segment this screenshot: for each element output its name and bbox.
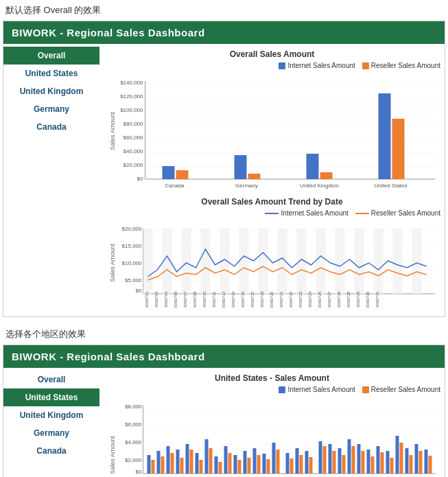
svg-text:20060727: 20060727	[327, 291, 331, 307]
svg-rect-134	[348, 439, 351, 474]
sidebar-2-overall[interactable]: Overall	[3, 371, 99, 388]
svg-rect-139	[371, 456, 375, 474]
sidebar-1-germany[interactable]: Germany	[3, 100, 99, 118]
svg-text:$140,000: $140,000	[120, 80, 143, 86]
svg-text:$40,000: $40,000	[123, 148, 143, 154]
svg-rect-45	[201, 229, 211, 294]
svg-rect-124	[296, 448, 299, 474]
chart3-legend: Internet Sales Amount Reseller Sales Amo…	[104, 386, 440, 393]
svg-rect-98	[167, 446, 170, 474]
svg-rect-109	[219, 462, 222, 474]
legend-reseller-1: Reseller Sales Amount	[371, 62, 440, 69]
svg-rect-142	[386, 451, 390, 474]
svg-text:$6,000: $6,000	[125, 421, 142, 428]
svg-rect-132	[338, 448, 342, 474]
svg-rect-125	[300, 455, 303, 474]
sidebar-1-canada[interactable]: Canada	[3, 118, 99, 136]
dashboard-2-header: BIWORK - Regional Sales Dashboard	[3, 345, 445, 368]
sidebar-1-uk[interactable]: United Kingdom	[3, 82, 99, 100]
svg-text:20060731: 20060731	[375, 291, 379, 307]
svg-rect-97	[161, 456, 165, 474]
svg-text:20060718: 20060718	[260, 291, 264, 307]
sidebar-2-uk[interactable]: United Kingdom	[3, 406, 99, 424]
svg-rect-113	[238, 460, 241, 474]
svg-text:$20,000: $20,000	[122, 226, 142, 232]
svg-text:20060704: 20060704	[164, 291, 168, 307]
svg-rect-138	[367, 450, 370, 474]
svg-rect-102	[186, 444, 189, 474]
svg-rect-141	[381, 452, 384, 474]
svg-text:20060721: 20060721	[279, 291, 283, 307]
sidebar-2: Overall United States United Kingdom Ger…	[3, 368, 99, 477]
chart2-legend: Internet Sales Amount Reseller Sales Amo…	[104, 209, 440, 217]
svg-rect-25	[320, 172, 333, 179]
svg-text:20060706: 20060706	[174, 291, 178, 307]
svg-text:$15,000: $15,000	[122, 243, 142, 249]
svg-rect-99	[171, 453, 174, 474]
svg-text:20060725: 20060725	[318, 291, 322, 307]
legend-internet-1: Internet Sales Amount	[287, 62, 355, 69]
sidebar-2-germany[interactable]: Germany	[3, 424, 99, 442]
svg-rect-103	[190, 450, 193, 474]
svg-text:$120,000: $120,000	[120, 93, 143, 100]
sidebar-1: Overall United States United Kingdom Ger…	[3, 44, 99, 316]
svg-rect-126	[305, 451, 309, 474]
svg-rect-21	[235, 155, 247, 179]
sidebar-1-us[interactable]: United States	[3, 65, 99, 82]
svg-rect-127	[309, 457, 313, 474]
sidebar-2-canada[interactable]: Canada	[3, 442, 99, 460]
svg-rect-123	[290, 458, 294, 474]
svg-rect-117	[257, 455, 261, 474]
svg-text:Sales Amount: Sales Amount	[109, 244, 116, 282]
svg-rect-47	[239, 229, 249, 294]
svg-text:$10,000: $10,000	[122, 260, 142, 266]
svg-rect-52	[335, 229, 345, 294]
svg-rect-133	[342, 455, 346, 474]
svg-text:20060722: 20060722	[289, 291, 293, 307]
svg-rect-143	[390, 458, 394, 474]
chart1-title: Overall Sales Amount	[104, 49, 440, 59]
svg-text:$8,000: $8,000	[125, 404, 142, 410]
svg-text:$100,000: $100,000	[120, 107, 143, 113]
svg-text:Canada: Canada	[165, 183, 185, 189]
trend-chart-1: Sales Amount $20,000 $15,000 $10,000 $5,…	[104, 218, 440, 310]
chart3-title: United States - Sales Amount	[104, 373, 440, 383]
svg-text:20060711: 20060711	[212, 291, 216, 307]
svg-rect-48	[259, 229, 268, 294]
svg-rect-94	[148, 455, 151, 474]
svg-text:20060717: 20060717	[250, 291, 255, 307]
section-title-1: 默认选择 Overall 的效果	[0, 0, 448, 21]
svg-rect-22	[248, 174, 261, 179]
charts-area-1: Overall Sales Amount Internet Sales Amou…	[99, 44, 445, 316]
svg-rect-56	[412, 229, 422, 294]
svg-rect-101	[180, 458, 184, 474]
svg-text:$4,000: $4,000	[125, 439, 142, 445]
svg-rect-122	[286, 453, 290, 474]
svg-text:20060701: 20060701	[145, 291, 149, 307]
chart2-title: Overall Sales Amount Trend by Date	[104, 197, 440, 207]
svg-rect-111	[228, 453, 232, 474]
svg-text:20060724: 20060724	[308, 291, 312, 307]
svg-rect-107	[209, 448, 213, 474]
svg-rect-147	[410, 455, 413, 474]
dashboard-1: BIWORK - Regional Sales Dashboard Overal…	[3, 21, 445, 317]
svg-rect-28	[392, 119, 405, 179]
svg-text:$2,000: $2,000	[125, 457, 142, 463]
svg-rect-108	[215, 456, 218, 474]
sidebar-2-us[interactable]: United States	[3, 388, 99, 406]
svg-text:20060728: 20060728	[337, 291, 341, 307]
chart1-legend: Internet Sales Amount Reseller Sales Amo…	[104, 62, 440, 69]
svg-text:20060720: 20060720	[270, 291, 274, 307]
bar-chart-1: Sales Amount $140,000 $120,000 $100,000 …	[104, 71, 440, 193]
svg-rect-53	[355, 229, 364, 294]
svg-rect-44	[182, 229, 191, 294]
svg-text:20060707: 20060707	[183, 291, 187, 307]
svg-rect-100	[176, 450, 180, 474]
legend-internet-3: Internet Sales Amount	[287, 386, 355, 393]
svg-rect-136	[357, 444, 361, 474]
svg-rect-24	[307, 154, 319, 179]
svg-text:Germany: Germany	[235, 183, 258, 189]
svg-rect-105	[200, 460, 203, 474]
sidebar-1-overall[interactable]: Overall	[3, 47, 99, 65]
svg-rect-149	[419, 451, 423, 474]
